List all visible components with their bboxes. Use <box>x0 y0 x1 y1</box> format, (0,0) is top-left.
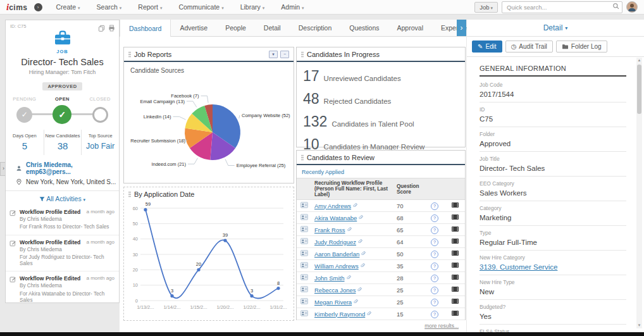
candidate-link[interactable]: Megan Rivera <box>314 299 352 306</box>
profile-card-icon[interactable] <box>300 262 308 268</box>
activity-item[interactable]: Workflow Profile Edited a month ago By C… <box>6 205 119 235</box>
tab[interactable]: Dashboard <box>120 20 171 37</box>
detail-header-dropdown[interactable]: Detail ▾ <box>467 20 644 37</box>
table-row[interactable]: Megan Rivera 25 ? <box>297 296 465 308</box>
candidate-link[interactable]: Akira Watanabe <box>314 215 357 221</box>
tab[interactable]: Questions <box>340 20 388 36</box>
video-icon[interactable] <box>451 202 459 208</box>
copy-icon[interactable] <box>98 23 105 34</box>
paperclip-icon[interactable] <box>366 311 371 318</box>
video-icon[interactable] <box>451 250 459 256</box>
data-point[interactable] <box>170 294 173 297</box>
data-point[interactable] <box>250 294 253 297</box>
video-icon[interactable] <box>451 262 459 268</box>
profile-card-icon[interactable] <box>300 274 308 280</box>
table-row[interactable]: Rebecca Jones 25 ? <box>297 284 465 296</box>
question-icon[interactable]: ? <box>431 299 438 306</box>
more-results-link[interactable]: more results... <box>297 320 465 332</box>
question-icon[interactable]: ? <box>431 263 438 270</box>
icims-logo[interactable]: icims <box>6 2 28 13</box>
activities-filter[interactable]: All Activities ▾ <box>6 190 119 205</box>
profile-card-icon[interactable] <box>300 238 308 244</box>
drag-handle-icon[interactable] <box>128 51 131 58</box>
paperclip-icon[interactable] <box>361 251 366 258</box>
data-point[interactable] <box>197 268 200 271</box>
video-icon[interactable] <box>451 226 459 232</box>
paperclip-icon[interactable] <box>347 227 352 233</box>
drag-handle-icon[interactable] <box>301 154 304 161</box>
workflow-step-open[interactable]: ✓ <box>53 105 71 124</box>
menu-item[interactable]: Communicate▾ <box>178 3 223 11</box>
video-icon[interactable] <box>451 310 459 316</box>
question-icon[interactable]: ? <box>431 251 438 258</box>
menu-item[interactable]: Search▾ <box>97 3 122 11</box>
paperclip-icon[interactable] <box>357 239 362 246</box>
table-row[interactable]: Judy Rodriguez 64 ? <box>297 236 465 248</box>
detail-scrollbar[interactable]: ▲ ▼ <box>636 58 642 328</box>
question-icon[interactable]: ? <box>431 227 438 234</box>
collapse-icon[interactable]: ▾ <box>269 51 278 58</box>
data-point[interactable] <box>223 239 226 242</box>
contact-link[interactable]: Chris Miedema, emp63@pers... <box>26 161 119 175</box>
tabs-next-arrow[interactable]: › <box>457 20 466 36</box>
menu-item[interactable]: Report▾ <box>138 3 162 11</box>
workflow-step-pending[interactable]: ✓ <box>16 107 32 123</box>
candidate-link[interactable]: Kimberly Raymond <box>314 311 365 318</box>
profile-card-icon[interactable] <box>300 298 308 304</box>
table-row[interactable]: Kimberly Raymond 15 ? <box>297 308 465 320</box>
question-icon[interactable]: ? <box>431 311 438 318</box>
workflow-step-closed[interactable] <box>92 107 108 123</box>
print-icon[interactable] <box>108 23 115 34</box>
paperclip-icon[interactable] <box>353 299 358 306</box>
tab[interactable]: Approval <box>388 20 432 36</box>
user-avatar[interactable] <box>626 1 638 13</box>
profile-card-icon[interactable] <box>300 310 308 316</box>
scroll-down-icon[interactable]: ▼ <box>636 323 642 328</box>
paperclip-icon[interactable] <box>346 275 351 282</box>
profile-card-icon[interactable] <box>300 226 308 232</box>
edit-button[interactable]: ✎ Edit <box>472 40 502 53</box>
menu-item[interactable]: Create▾ <box>56 3 80 11</box>
table-row[interactable]: Frank Ross 65 ? <box>297 224 465 236</box>
candidate-link[interactable]: Aaron Banderlan <box>314 251 359 258</box>
search-scope-button[interactable]: Job▾ <box>474 2 498 13</box>
menu-item[interactable]: Admin▾ <box>281 3 304 11</box>
profile-card-icon[interactable] <box>300 250 308 256</box>
candidate-link[interactable]: John Smith <box>314 275 345 282</box>
recently-applied-link[interactable]: Recently Applied <box>297 165 465 178</box>
drag-handle-icon[interactable] <box>301 51 304 58</box>
candidate-link[interactable]: Judy Rodriguez <box>314 239 356 246</box>
search-icon[interactable] <box>612 3 619 9</box>
data-point[interactable] <box>144 208 147 211</box>
question-icon[interactable]: ? <box>431 287 438 294</box>
folder-log-button[interactable]: Folder Log <box>556 40 607 53</box>
paperclip-icon[interactable] <box>352 202 357 209</box>
menu-item[interactable]: Library▾ <box>240 3 265 11</box>
drag-handle-icon[interactable] <box>128 191 131 197</box>
paperclip-icon[interactable] <box>358 215 363 221</box>
tab[interactable]: People <box>216 20 255 36</box>
question-icon[interactable]: ? <box>431 202 438 210</box>
org-icon[interactable]: › <box>34 3 42 11</box>
table-row[interactable]: Akira Watanabe 68 ? <box>297 212 465 224</box>
tab[interactable]: Description <box>290 20 341 36</box>
table-row[interactable]: Aaron Banderlan 50 ? <box>297 248 465 260</box>
table-row[interactable]: Amy Andrews 70 ? <box>297 200 465 212</box>
question-icon[interactable]: ? <box>431 215 438 222</box>
tab[interactable]: Advertise <box>171 20 216 36</box>
quick-search-input[interactable] <box>502 1 622 13</box>
paperclip-icon[interactable] <box>357 287 362 294</box>
profile-card-icon[interactable] <box>300 202 308 208</box>
profile-card-icon[interactable] <box>300 214 308 220</box>
tab[interactable]: Detail <box>255 20 290 36</box>
candidate-link[interactable]: William Andrews <box>314 263 359 270</box>
minimize-icon[interactable]: − <box>280 51 289 58</box>
candidate-link[interactable]: Rebecca Jones <box>314 287 356 294</box>
paperclip-icon[interactable] <box>360 263 365 270</box>
data-point[interactable] <box>276 287 280 290</box>
video-icon[interactable] <box>451 298 459 304</box>
scrollbar-thumb[interactable] <box>637 65 641 114</box>
activity-item[interactable]: Workflow Profile Edited a month ago By C… <box>6 235 119 271</box>
table-row[interactable]: John Smith 28 ? <box>297 272 465 284</box>
candidate-link[interactable]: Amy Andrews <box>314 202 351 209</box>
